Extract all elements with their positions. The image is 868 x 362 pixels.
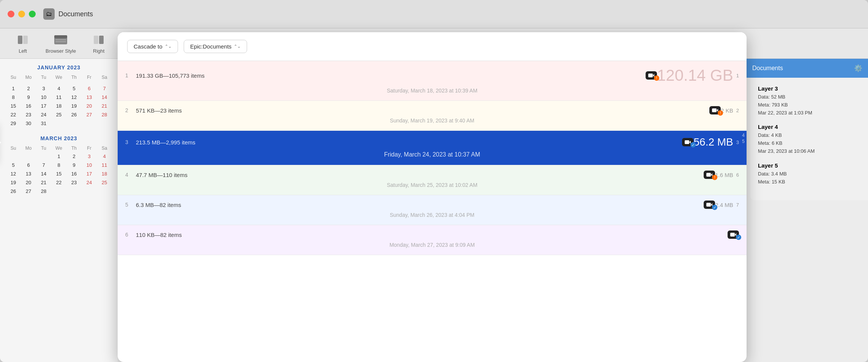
backup-row[interactable]: 447.7 MB—110 items!1.6 MB6Saturday, Marc…	[118, 165, 747, 195]
calendar-day[interactable]: 9	[66, 161, 82, 169]
calendar-day[interactable]: 25	[51, 110, 66, 119]
cal-header-tu2: Tu	[36, 144, 51, 152]
backup-date: Sunday, March 19, 2023 at 9:40 AM	[125, 116, 739, 125]
backup-list[interactable]: 1191.33 GB—105,773 items!120.14 GB1Satur…	[118, 61, 747, 362]
calendar-day[interactable]: 13	[82, 93, 97, 102]
calendar-day[interactable]: 15	[51, 169, 66, 178]
calendar-day[interactable]: 14	[97, 93, 112, 102]
backup-row[interactable]: 56.3 MB—82 items✓2.4 MB7Sunday, March 26…	[118, 195, 747, 225]
tooltip-right-date-3: Mar 22, 2023 at 1:03 PM	[758, 109, 860, 117]
svg-rect-1	[23, 36, 28, 44]
backup-number: 2	[125, 107, 131, 113]
calendar-day[interactable]: 17	[36, 102, 51, 110]
target-dropdown[interactable]: Epic:Documents ⌃⌄	[184, 40, 247, 53]
calendar-day[interactable]: 11	[51, 93, 66, 102]
calendar-day[interactable]: 1	[51, 152, 66, 161]
calendar-day[interactable]: 2	[66, 152, 82, 161]
svg-rect-7	[99, 36, 104, 44]
calendar-day[interactable]: 4	[97, 152, 112, 161]
calendar-day[interactable]: 15	[6, 102, 21, 110]
tooltip-right-date-4: Mar 23, 2023 at 10:06 AM	[758, 147, 860, 155]
calendar-day[interactable]: 21	[36, 178, 51, 187]
backup-number: 4	[125, 172, 131, 178]
layer-badge: 7	[736, 202, 739, 208]
calendar-day[interactable]: 22	[51, 178, 66, 187]
calendar-day[interactable]: 8	[6, 93, 21, 102]
calendar-day[interactable]: 19	[6, 178, 21, 187]
calendar-day[interactable]: 3	[36, 84, 51, 93]
target-arrow-icon: ⌃⌄	[234, 44, 241, 49]
backup-size: 120.14 GB	[657, 66, 733, 85]
backup-row[interactable]: 1191.33 GB—105,773 items!120.14 GB1Satur…	[118, 61, 747, 101]
toolbar-left[interactable]: Left	[11, 33, 34, 54]
calendar-day[interactable]: 24	[36, 110, 51, 119]
calendar-day[interactable]: 23	[66, 178, 82, 187]
tooltip-right: Layer 3 Data: 52 MB Meta: 793 KB Mar 22,…	[750, 78, 868, 200]
calendar-day[interactable]: 22	[6, 110, 21, 119]
calendar-day[interactable]: 13	[21, 169, 36, 178]
calendar-day[interactable]: 16	[66, 169, 82, 178]
calendar-day[interactable]: 11	[97, 161, 112, 169]
calendar-day[interactable]: 16	[21, 102, 36, 110]
calendar-day[interactable]: 6	[21, 161, 36, 169]
calendar-day[interactable]: 24	[82, 178, 97, 187]
toolbar-browser-style[interactable]: Browser Style	[46, 33, 76, 54]
calendar-day[interactable]: 20	[82, 102, 97, 110]
calendar-day[interactable]: 20	[21, 178, 36, 187]
backup-date: Saturday, March 18, 2023 at 10:39 AM	[125, 86, 739, 95]
calendar-day[interactable]: 18	[51, 102, 66, 110]
calendar-day[interactable]: 26	[6, 187, 21, 196]
calendar-day[interactable]: 12	[66, 93, 82, 102]
calendar-day[interactable]: 2	[21, 84, 36, 93]
settings-icon[interactable]: ⚙️	[854, 64, 862, 72]
calendar-day[interactable]: 28	[97, 110, 112, 119]
backup-row[interactable]: 2571 KB—23 items!2 KB2Sunday, March 19, …	[118, 101, 747, 131]
calendar-day[interactable]: 27	[21, 187, 36, 196]
calendar-day[interactable]: 19	[66, 102, 82, 110]
calendar-day[interactable]: 5	[66, 84, 82, 93]
calendar-day[interactable]: 1	[6, 84, 21, 93]
calendar-day[interactable]: 23	[21, 110, 36, 119]
calendar-day[interactable]: 9	[21, 93, 36, 102]
calendar-day[interactable]: 26	[66, 110, 82, 119]
calendar-day[interactable]: 31	[36, 119, 51, 128]
action-icon: ✓	[682, 138, 693, 146]
calendar-day[interactable]: 30	[21, 119, 36, 128]
close-button[interactable]	[8, 11, 14, 17]
calendar-day[interactable]: 10	[82, 161, 97, 169]
calendar-day[interactable]: 8	[51, 161, 66, 169]
backup-info: 191.33 GB—105,773 items	[136, 72, 205, 79]
cal-header-su: Su	[6, 74, 21, 81]
calendar-day[interactable]: 21	[97, 102, 112, 110]
calendar-day[interactable]: 28	[36, 187, 51, 196]
calendar-day	[51, 187, 66, 196]
calendar-day[interactable]: 18	[97, 169, 112, 178]
backup-row[interactable]: 3213.5 MB—2,995 items✓56.2 MB345Friday, …	[118, 131, 747, 165]
calendar-day[interactable]: 27	[82, 110, 97, 119]
calendar-day[interactable]: 6	[82, 84, 97, 93]
calendar-day[interactable]: 7	[36, 161, 51, 169]
calendar-day	[97, 119, 112, 128]
calendar-day[interactable]: 25	[97, 178, 112, 187]
calendar-day[interactable]: 4	[51, 84, 66, 93]
tooltip-right-meta-3: Meta: 793 KB	[758, 101, 860, 109]
backup-row[interactable]: 6110 KB—82 items✓Monday, March 27, 2023 …	[118, 225, 747, 255]
toolbar-right[interactable]: Right	[87, 33, 110, 54]
calendar-day[interactable]: 29	[6, 119, 21, 128]
calendar-day[interactable]: 14	[36, 169, 51, 178]
calendar-day[interactable]: 12	[6, 169, 21, 178]
backup-number: 6	[125, 232, 131, 238]
calendar-day[interactable]: 5	[6, 161, 21, 169]
cascade-dropdown[interactable]: Cascade to ⌃⌄	[127, 40, 178, 53]
calendar-day[interactable]: 10	[36, 93, 51, 102]
calendar-march: MARCH 2023 Su Mo Tu We Th Fr Sa 12345678…	[6, 135, 112, 196]
calendar-march-grid: Su Mo Tu We Th Fr Sa 1234567891011121314…	[6, 144, 112, 196]
calendar-day[interactable]: 7	[97, 84, 112, 93]
calendar-day[interactable]: 17	[82, 169, 97, 178]
svg-rect-23	[706, 173, 711, 177]
minimize-button[interactable]	[18, 11, 25, 17]
backup-date: Monday, March 27, 2023 at 9:09 AM	[125, 240, 739, 249]
calendar-march-header: MARCH 2023	[6, 135, 112, 141]
maximize-button[interactable]	[29, 11, 36, 17]
calendar-day[interactable]: 3	[82, 152, 97, 161]
